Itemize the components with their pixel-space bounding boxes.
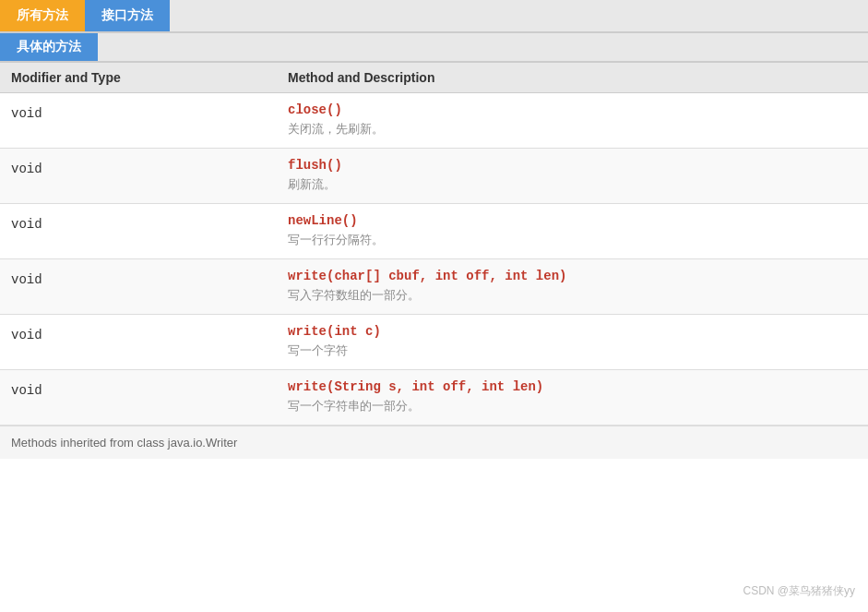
method-description: 写一个字符串的一部分。 [288,398,857,414]
modifier-text: void [11,383,42,398]
methods-table: Modifier and Type Method and Description… [0,63,868,459]
bottom-note: Methods inherited from class java.io.Wri… [0,426,868,459]
method-cell: newLine() 写一行行分隔符。 [277,204,868,258]
modifier-cell: void [0,149,277,203]
tab-all-methods[interactable]: 所有方法 [0,0,85,31]
modifier-cell: void [0,259,277,314]
page-wrapper: 所有方法 接口方法 具体的方法 Modifier and Type Method… [0,0,868,612]
table-row: void write(int c) 写一个字符 [0,315,868,370]
method-description: 刷新流。 [288,176,857,193]
watermark: CSDN @菜鸟猪猪侠yy [743,583,855,599]
modifier-text: void [11,328,42,342]
table-row: void flush() 刷新流。 [0,149,868,204]
method-description: 写一行行分隔符。 [288,232,857,248]
modifier-cell: void [0,370,277,425]
method-signature: close() [288,102,857,117]
table-header: Modifier and Type Method and Description [0,63,868,93]
method-signature: write(char[] cbuf, int off, int len) [288,269,857,283]
modifier-text: void [11,217,42,232]
method-signature: write(String s, int off, int len) [288,379,857,394]
table-row: void write(String s, int off, int len) 写… [0,370,868,426]
method-signature: newLine() [288,213,857,228]
method-description: 关闭流，先刷新。 [288,121,857,138]
method-signature: flush() [288,158,857,173]
modifier-text: void [11,162,42,176]
method-cell: write(String s, int off, int len) 写一个字符串… [277,370,868,425]
modifier-cell: void [0,93,277,148]
method-cell: write(int c) 写一个字符 [277,315,868,369]
method-description: 写入字符数组的一部分。 [288,287,857,304]
method-cell: flush() 刷新流。 [277,149,868,203]
modifier-cell: void [0,315,277,369]
header-modifier: Modifier and Type [11,70,288,85]
subtab-concrete-methods[interactable]: 具体的方法 [0,33,98,61]
method-description: 写一个字符 [288,342,857,359]
method-signature: write(int c) [288,324,857,339]
modifier-text: void [11,272,42,287]
method-cell: write(char[] cbuf, int off, int len) 写入字… [277,259,868,314]
header-method: Method and Description [288,70,857,85]
table-row: void write(char[] cbuf, int off, int len… [0,259,868,315]
method-cell: close() 关闭流，先刷新。 [277,93,868,148]
tabs-row: 所有方法 接口方法 [0,0,868,33]
table-row: void close() 关闭流，先刷新。 [0,93,868,149]
tab-interface-methods[interactable]: 接口方法 [85,0,170,31]
modifier-text: void [11,106,42,121]
sub-tabs-row: 具体的方法 [0,33,868,63]
modifier-cell: void [0,204,277,258]
table-row: void newLine() 写一行行分隔符。 [0,204,868,259]
